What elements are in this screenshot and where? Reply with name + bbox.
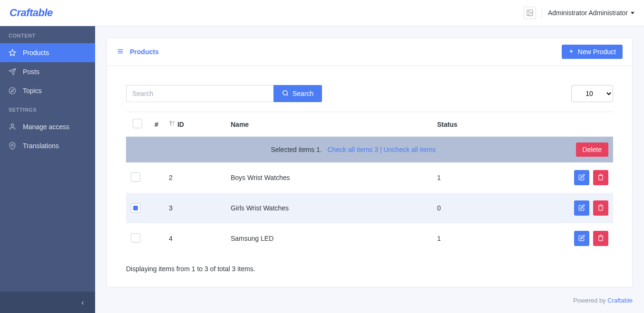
col-header-checkbox (126, 112, 150, 137)
edit-button[interactable] (574, 170, 589, 185)
card-title: Products (130, 48, 159, 56)
svg-point-1 (528, 11, 529, 12)
send-icon (9, 68, 16, 76)
sidebar-item-label: Translations (23, 142, 59, 150)
delete-button[interactable] (593, 231, 608, 246)
bulk-delete-button[interactable]: Delete (576, 142, 608, 157)
svg-point-6 (11, 144, 13, 146)
sidebar-section-content: CONTENT (0, 26, 95, 43)
select-all-checkbox[interactable] (133, 119, 142, 128)
cell-id: 3 (164, 193, 226, 223)
cell-status: 1 (432, 162, 566, 193)
trash-icon (597, 174, 604, 182)
header-right: Administrator Administrator (524, 7, 634, 19)
main-content: Products New Product (95, 26, 644, 313)
new-product-button[interactable]: New Product (562, 45, 623, 59)
trash-icon (597, 204, 604, 212)
col-header-hash[interactable]: # (150, 112, 164, 137)
col-header-status[interactable]: Status (432, 112, 566, 137)
avatar-icon (524, 7, 536, 19)
sidebar-item-label: Topics (23, 87, 42, 95)
footer-craftable-link[interactable]: Craftable (607, 297, 633, 304)
search-input[interactable] (126, 85, 273, 102)
col-header-id[interactable]: ID (164, 112, 226, 137)
delete-button[interactable] (593, 170, 608, 185)
svg-marker-4 (11, 89, 13, 92)
table-row: 2 Boys Wrist Watches 1 (126, 162, 613, 193)
check-all-link[interactable]: Check all items 3 (327, 146, 378, 153)
search-group: Search (126, 85, 322, 102)
sidebar-item-label: Manage access (23, 123, 69, 131)
app-header: Craftable Administrator Administrator (0, 0, 644, 26)
delete-button[interactable] (593, 200, 608, 216)
uncheck-all-link[interactable]: Uncheck all items (383, 146, 436, 153)
svg-marker-2 (9, 49, 15, 56)
page-size-select[interactable]: 10 (571, 85, 613, 102)
sidebar-item-translations[interactable]: Translations (0, 136, 95, 155)
trash-icon (597, 235, 604, 243)
sidebar-item-products[interactable]: Products (0, 43, 95, 62)
edit-icon (578, 174, 585, 182)
plus-icon (568, 48, 574, 56)
divider (542, 7, 542, 19)
svg-point-5 (11, 124, 13, 126)
location-icon (9, 142, 16, 150)
row-checkbox[interactable] (131, 172, 140, 182)
card-title-wrap: Products (117, 48, 159, 56)
col-header-name[interactable]: Name (226, 112, 432, 137)
search-button[interactable]: Search (273, 85, 322, 102)
user-label: Administrator Administrator (548, 9, 628, 17)
edit-icon (578, 204, 585, 212)
sidebar-item-label: Products (23, 49, 49, 57)
toolbar: Search 10 (126, 85, 613, 102)
svg-line-13 (287, 94, 288, 95)
cell-id: 2 (164, 162, 226, 193)
sidebar-section-settings: SETTINGS (0, 100, 95, 117)
user-dropdown[interactable]: Administrator Administrator (548, 9, 634, 17)
edit-button[interactable] (574, 200, 589, 216)
selected-text-wrap: Selected items 1. Check all items 3 | Un… (131, 146, 576, 153)
cell-name: Samsung LED (226, 223, 432, 254)
brand-logo[interactable]: Craftable (10, 7, 53, 19)
cell-status: 0 (432, 193, 566, 223)
card-body: Search 10 # (107, 66, 632, 287)
selected-count-label: Selected items 1. (271, 146, 322, 153)
sidebar-item-topics[interactable]: Topics (0, 81, 95, 100)
user-icon (9, 123, 16, 131)
pagination-info: Displaying items from 1 to 3 of total 3 … (126, 265, 613, 273)
sidebar: CONTENT Products Posts Topics SETTINGS M… (0, 26, 95, 313)
footer-powered-label: Powered by (573, 297, 607, 304)
search-icon (282, 90, 289, 98)
svg-point-3 (9, 87, 15, 94)
col-header-actions (566, 112, 613, 137)
products-card: Products New Product (107, 38, 633, 287)
row-checkbox[interactable] (131, 233, 140, 243)
cell-name: Girls Wrist Watches (226, 193, 432, 223)
chevron-down-icon (631, 12, 634, 14)
chevron-left-icon (80, 300, 86, 307)
cell-id: 4 (164, 223, 226, 254)
sort-icon (169, 121, 177, 128)
star-icon (9, 49, 16, 57)
compass-icon (9, 87, 16, 95)
sidebar-collapse-toggle[interactable] (0, 292, 95, 313)
card-header: Products New Product (107, 38, 632, 66)
edit-icon (578, 235, 585, 243)
app-body: CONTENT Products Posts Topics SETTINGS M… (0, 26, 644, 313)
cell-name: Boys Wrist Watches (226, 162, 432, 193)
sidebar-item-posts[interactable]: Posts (0, 62, 95, 81)
new-product-label: New Product (578, 48, 616, 56)
footer: Powered by Craftable (107, 287, 633, 304)
list-icon (117, 48, 124, 56)
svg-point-12 (283, 90, 287, 95)
table-header-row: # ID Name Status (126, 112, 613, 137)
row-checkbox[interactable] (131, 203, 140, 213)
edit-button[interactable] (574, 231, 589, 246)
cell-status: 1 (432, 223, 566, 254)
products-table: # ID Name Status (126, 112, 613, 254)
table-row: 4 Samsung LED 1 (126, 223, 613, 254)
col-header-id-label: ID (177, 121, 184, 128)
sidebar-item-manage-access[interactable]: Manage access (0, 117, 95, 136)
sidebar-item-label: Posts (23, 68, 39, 76)
table-row: 3 Girls Wrist Watches 0 (126, 193, 613, 223)
